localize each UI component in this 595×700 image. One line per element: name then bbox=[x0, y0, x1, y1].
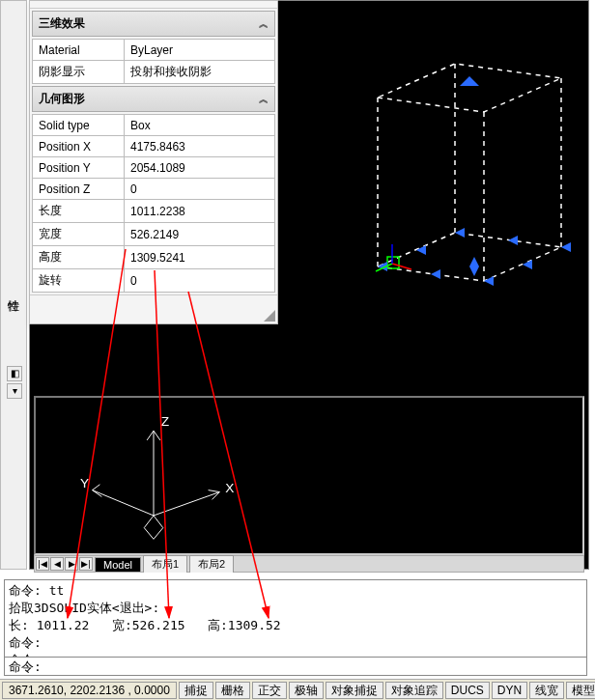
tab-layout2[interactable]: 布局2 bbox=[189, 555, 234, 573]
tab-model[interactable]: Model bbox=[95, 557, 141, 572]
status-bar: 3671.2610, 2202.2136 , 0.0000 捕捉 栅格 正交 极… bbox=[0, 679, 595, 700]
prop-label: Position Y bbox=[33, 157, 125, 179]
section-header-3d-effects[interactable]: 三维效果 ︽ bbox=[32, 11, 275, 37]
status-btn-ducs[interactable]: DUCS bbox=[445, 682, 490, 699]
prop-label: Solid type bbox=[33, 115, 125, 136]
ucs-axes-icon: Z X Y bbox=[36, 398, 582, 553]
status-coordinates[interactable]: 3671.2610, 2202.2136 , 0.0000 bbox=[2, 682, 177, 699]
prop-row: Position X4175.8463 bbox=[33, 136, 275, 157]
prop-row: MaterialByLayer bbox=[33, 40, 275, 61]
prop-row: Solid typeBox bbox=[33, 115, 275, 136]
status-btn-grid[interactable]: 栅格 bbox=[215, 682, 250, 699]
palette-pin-button[interactable]: ◧ bbox=[7, 366, 22, 381]
tab-nav-next[interactable]: ▶ bbox=[65, 557, 78, 571]
layout-tab-bar: |◀ ◀ ▶ ▶| Model 布局1 布局2 bbox=[34, 555, 584, 573]
cmd-output-length: 长: 1011.22 bbox=[9, 618, 89, 632]
properties-panel: 三维效果 ︽ MaterialByLayer 阴影显示投射和接收阴影 几何图形 … bbox=[29, 0, 278, 324]
section-header-geometry[interactable]: 几何图形 ︽ bbox=[32, 86, 275, 112]
props-3d-effects: MaterialByLayer 阴影显示投射和接收阴影 bbox=[32, 39, 275, 84]
prop-value[interactable]: 1011.2238 bbox=[125, 200, 275, 223]
command-input[interactable]: 命令: bbox=[4, 657, 587, 676]
svg-marker-14 bbox=[469, 257, 479, 276]
side-palette-bar: 特性 ◧ ▾ bbox=[0, 0, 27, 570]
cmd-line: 命令: bbox=[9, 635, 42, 650]
viewport[interactable]: Z X Y bbox=[34, 396, 584, 555]
svg-line-20 bbox=[93, 490, 154, 516]
prop-row: 长度1011.2238 bbox=[33, 200, 275, 223]
prop-value[interactable]: 2054.1089 bbox=[125, 157, 275, 179]
prop-row: 高度1309.5241 bbox=[33, 246, 275, 269]
prop-label: 阴影显示 bbox=[33, 61, 125, 84]
solid-box-preview bbox=[320, 40, 590, 310]
prop-value[interactable]: 526.2149 bbox=[125, 223, 275, 246]
svg-marker-4 bbox=[460, 76, 479, 86]
prop-label: Position X bbox=[33, 136, 125, 157]
chevron-up-icon: ︽ bbox=[259, 17, 269, 31]
svg-marker-10 bbox=[431, 269, 440, 279]
command-prompt-label: 命令: bbox=[9, 659, 42, 674]
status-btn-osnap[interactable]: 对象捕捉 bbox=[326, 682, 383, 699]
svg-marker-7 bbox=[484, 276, 494, 286]
prop-value[interactable]: 0 bbox=[125, 269, 275, 293]
palette-options-button[interactable]: ▾ bbox=[7, 383, 22, 399]
prop-label: 长度 bbox=[33, 200, 125, 223]
panel-resize-grip[interactable] bbox=[30, 294, 277, 323]
status-btn-dyn[interactable]: DYN bbox=[492, 682, 527, 699]
status-btn-ortho[interactable]: 正交 bbox=[252, 682, 287, 699]
cmd-line: 命令: tt bbox=[9, 583, 64, 598]
tab-nav-last[interactable]: ▶| bbox=[79, 557, 93, 571]
prop-value[interactable]: 4175.8463 bbox=[125, 136, 275, 157]
prop-label: Position Z bbox=[33, 179, 125, 200]
status-btn-polar[interactable]: 极轴 bbox=[289, 682, 324, 699]
svg-marker-9 bbox=[455, 228, 465, 238]
prop-row: 旋转0 bbox=[33, 269, 275, 293]
tab-nav-first[interactable]: |◀ bbox=[36, 557, 49, 571]
prop-row: Position Z0 bbox=[33, 179, 275, 200]
prop-row: Position Y2054.1089 bbox=[33, 157, 275, 179]
prop-value[interactable]: 0 bbox=[125, 179, 275, 200]
tab-nav-prev[interactable]: ◀ bbox=[50, 557, 64, 571]
svg-line-19 bbox=[154, 492, 219, 516]
prop-value[interactable]: 1309.5241 bbox=[125, 246, 275, 269]
status-btn-lwt[interactable]: 线宽 bbox=[529, 682, 564, 699]
svg-text:Y: Y bbox=[80, 476, 89, 490]
prop-label: 旋转 bbox=[33, 269, 125, 293]
svg-marker-13 bbox=[416, 245, 426, 255]
prop-value[interactable]: ByLayer bbox=[125, 40, 275, 61]
svg-marker-8 bbox=[561, 242, 571, 252]
tab-layout1[interactable]: 布局1 bbox=[143, 555, 187, 573]
svg-text:Z: Z bbox=[161, 414, 169, 429]
section-title: 三维效果 bbox=[39, 15, 85, 32]
chevron-up-icon: ︽ bbox=[259, 93, 269, 106]
svg-marker-21 bbox=[144, 516, 163, 539]
status-btn-snap[interactable]: 捕捉 bbox=[179, 682, 213, 699]
prop-label: 高度 bbox=[33, 246, 125, 269]
props-geometry: Solid typeBox Position X4175.8463 Positi… bbox=[32, 114, 275, 293]
cmd-line: 拾取3DSOLID实体<退出>: bbox=[9, 601, 159, 615]
svg-marker-12 bbox=[508, 236, 518, 245]
prop-label: 宽度 bbox=[33, 223, 125, 246]
cmd-output-height: 高:1309.52 bbox=[208, 618, 281, 632]
svg-text:X: X bbox=[225, 481, 234, 495]
prop-row: 阴影显示投射和接收阴影 bbox=[33, 61, 275, 84]
status-btn-otrack[interactable]: 对象追踪 bbox=[385, 682, 443, 699]
cmd-output-width: 宽:526.215 bbox=[112, 618, 185, 632]
section-title: 几何图形 bbox=[39, 91, 85, 107]
prop-row: 宽度526.2149 bbox=[33, 223, 275, 246]
prop-value[interactable]: 投射和接收阴影 bbox=[125, 61, 275, 84]
status-btn-model[interactable]: 模型 bbox=[566, 682, 595, 699]
prop-label: Material bbox=[33, 40, 125, 61]
prop-value[interactable]: Box bbox=[125, 115, 275, 136]
